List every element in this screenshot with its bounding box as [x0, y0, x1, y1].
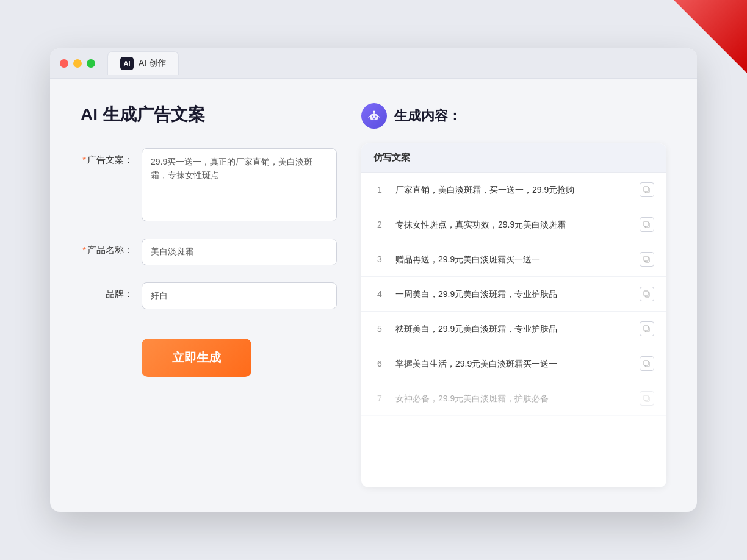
main-content: AI 生成广告文案 *广告文案： *产品名称： 品牌： 立 [50, 79, 697, 512]
copy-button[interactable] [640, 391, 654, 406]
row-text: 一周美白，29.9元美白淡斑霜，专业护肤品 [395, 288, 630, 301]
product-name-input[interactable] [142, 239, 337, 265]
row-text: 掌握美白生活，29.9元美白淡斑霜买一送一 [395, 357, 630, 370]
copy-button[interactable] [640, 252, 654, 267]
tab-icon: AI [120, 57, 134, 70]
row-number: 1 [374, 185, 386, 195]
row-number: 4 [374, 289, 386, 299]
tab-label: AI 创作 [139, 58, 166, 69]
copy-button[interactable] [640, 217, 654, 232]
copy-button[interactable] [640, 356, 654, 371]
row-text: 厂家直销，美白淡斑霜，买一送一，29.9元抢购 [395, 184, 630, 196]
copy-button[interactable] [640, 321, 654, 336]
result-rows: 1 厂家直销，美白淡斑霜，买一送一，29.9元抢购 2 专抹女性斑点，真实功效，… [361, 173, 666, 416]
svg-rect-19 [644, 361, 648, 365]
brand-input[interactable] [142, 282, 337, 309]
left-panel: AI 生成广告文案 *广告文案： *产品名称： 品牌： 立 [81, 103, 337, 487]
svg-line-7 [378, 116, 380, 117]
row-number: 2 [374, 220, 386, 229]
svg-rect-11 [644, 221, 648, 226]
title-bar: AI AI 创作 [50, 48, 697, 79]
svg-rect-17 [644, 326, 648, 331]
row-number: 6 [374, 359, 386, 368]
maximize-button[interactable] [87, 59, 95, 68]
svg-rect-21 [644, 395, 648, 400]
product-name-label: *产品名称： [81, 239, 142, 256]
ad-copy-label: *广告文案： [81, 148, 142, 166]
close-button[interactable] [60, 59, 68, 68]
svg-point-1 [372, 116, 374, 118]
row-number: 5 [374, 324, 386, 334]
svg-rect-13 [644, 256, 648, 261]
svg-rect-9 [644, 187, 648, 192]
tab-ai-create[interactable]: AI AI 创作 [107, 51, 179, 75]
table-header: 仿写文案 [361, 143, 666, 173]
row-text: 女神必备，29.9元美白淡斑霜，护肤必备 [395, 392, 630, 405]
ad-copy-input[interactable] [142, 148, 337, 221]
svg-line-6 [369, 116, 370, 117]
svg-point-2 [375, 116, 377, 118]
traffic-lights [60, 59, 95, 68]
svg-rect-15 [644, 291, 648, 296]
row-number: 7 [374, 393, 386, 403]
copy-button[interactable] [640, 287, 654, 301]
result-table: 仿写文案 1 厂家直销，美白淡斑霜，买一送一，29.9元抢购 2 专抹女性斑点，… [361, 143, 666, 487]
browser-window: AI AI 创作 AI 生成广告文案 *广告文案： *产品名称： [50, 48, 697, 512]
ad-copy-group: *广告文案： [81, 148, 337, 221]
minimize-button[interactable] [73, 59, 82, 68]
copy-button[interactable] [640, 182, 654, 197]
row-number: 3 [374, 254, 386, 264]
result-header: 生成内容： [361, 103, 666, 129]
required-star-2: * [82, 245, 86, 255]
table-row: 5 祛斑美白，29.9元美白淡斑霜，专业护肤品 [361, 312, 666, 346]
svg-point-5 [374, 111, 375, 113]
svg-rect-3 [373, 118, 375, 120]
table-row: 6 掌握美白生活，29.9元美白淡斑霜买一送一 [361, 346, 666, 381]
brand-label: 品牌： [81, 282, 142, 300]
required-star-1: * [82, 154, 86, 165]
page-title: AI 生成广告文案 [81, 103, 337, 126]
right-panel: 生成内容： 仿写文案 1 厂家直销，美白淡斑霜，买一送一，29.9元抢购 2 专… [361, 103, 666, 487]
product-name-group: *产品名称： [81, 239, 337, 265]
robot-icon [361, 103, 387, 129]
table-row: 7 女神必备，29.9元美白淡斑霜，护肤必备 [361, 381, 666, 416]
table-row: 1 厂家直销，美白淡斑霜，买一送一，29.9元抢购 [361, 173, 666, 207]
row-text: 祛斑美白，29.9元美白淡斑霜，专业护肤品 [395, 323, 630, 336]
table-row: 2 专抹女性斑点，真实功效，29.9元美白淡斑霜 [361, 207, 666, 242]
generate-button[interactable]: 立即生成 [142, 339, 251, 377]
table-row: 3 赠品再送，29.9元美白淡斑霜买一送一 [361, 242, 666, 277]
result-title: 生成内容： [394, 107, 461, 125]
brand-group: 品牌： [81, 282, 337, 309]
table-row: 4 一周美白，29.9元美白淡斑霜，专业护肤品 [361, 277, 666, 312]
row-text: 赠品再送，29.9元美白淡斑霜买一送一 [395, 253, 630, 266]
row-text: 专抹女性斑点，真实功效，29.9元美白淡斑霜 [395, 218, 630, 231]
